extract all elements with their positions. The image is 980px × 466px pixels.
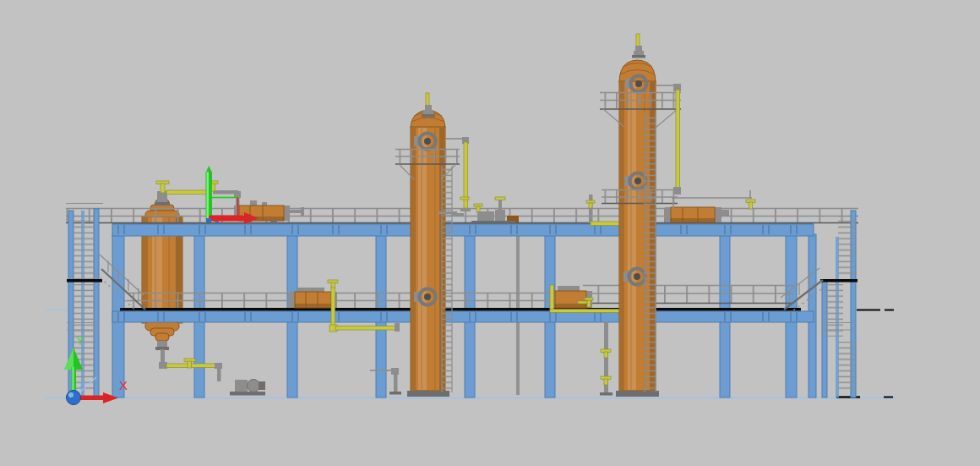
- handrail-level2: [127, 285, 794, 308]
- exchanger-top-right: [665, 207, 729, 222]
- column-middle-ladder: [438, 166, 464, 392]
- column-middle-nozzle: [422, 93, 435, 118]
- model-view[interactable]: Y Z X: [0, 0, 980, 466]
- column-tall-platform-2: [602, 189, 678, 204]
- ground-pump: [230, 380, 265, 396]
- column-middle: [395, 93, 471, 397]
- ucs-y-label: Y: [76, 334, 84, 348]
- column-tall-ladder: [645, 112, 656, 392]
- piping-drum-bottom: [159, 349, 265, 396]
- ucs-gizmo-icon[interactable]: [206, 166, 259, 224]
- ucs-z-label: Z: [78, 380, 85, 392]
- steel-frame: [66, 208, 858, 397]
- vertical-drum: [142, 181, 182, 350]
- column-tall-nozzle: [632, 34, 645, 58]
- drum-bottom-nozzle: [155, 341, 169, 350]
- cad-viewport[interactable]: Y Z X: [0, 0, 980, 466]
- piping-top-left: [166, 181, 241, 207]
- ucs-x-label: X: [119, 378, 128, 392]
